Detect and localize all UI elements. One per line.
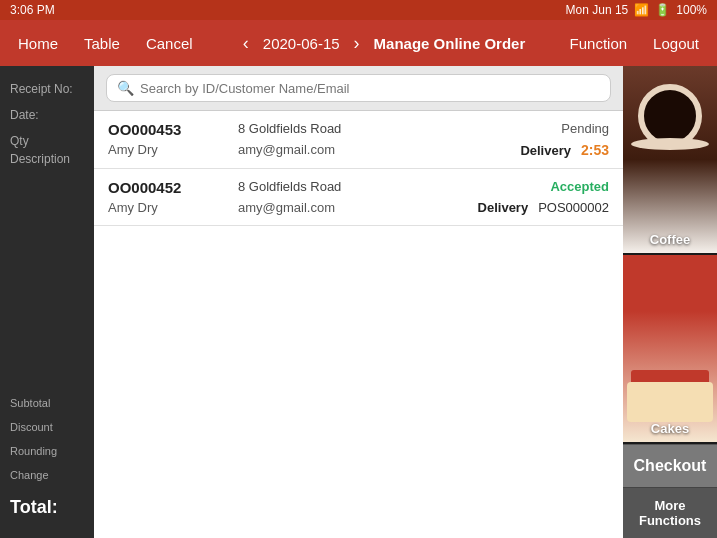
change-label: Change [0,463,94,487]
qty-desc-label: Qty Description [0,128,94,172]
table-nav-item[interactable]: Table [76,31,128,56]
coffee-saucer-icon [631,138,709,150]
function-nav-item[interactable]: Function [562,31,636,56]
order-address-1: 8 Goldfields Road [238,121,510,138]
order-delivery-label-1: Delivery [520,143,571,158]
order-time-1: 2:53 [581,142,609,158]
nav-right: Function Logout [562,31,707,56]
cakes-category-label: Cakes [623,421,717,436]
order-status-2: Accepted [478,179,609,196]
status-time: 3:06 PM [10,3,55,17]
order-id-1: OO000453 [108,121,228,138]
table-row[interactable]: OO000452 8 Goldfields Road Accepted Amy … [94,169,623,226]
search-bar: 🔍 [94,66,623,111]
search-icon: 🔍 [117,80,134,96]
subtotal-label: Subtotal [0,391,94,415]
category-cakes[interactable]: Cakes [623,255,717,444]
order-status-1: Pending [520,121,609,138]
date-label: Date: [0,102,94,128]
search-input-wrap[interactable]: 🔍 [106,74,611,102]
order-list: OO000453 8 Goldfields Road Pending Amy D… [94,111,623,538]
table-row[interactable]: OO000453 8 Goldfields Road Pending Amy D… [94,111,623,169]
order-delivery-wrap-1: Delivery 2:53 [520,142,609,158]
battery-icon: 🔋 [655,3,670,17]
order-id-2: OO000452 [108,179,228,196]
rounding-label: Rounding [0,439,94,463]
more-functions-button[interactable]: More Functions [623,487,717,538]
status-date: Mon Jun 15 [566,3,629,17]
discount-label: Discount [0,415,94,439]
checkout-button[interactable]: Checkout [623,444,717,487]
nav-center: ‹ 2020-06-15 › Manage Online Order [211,31,552,56]
category-coffee[interactable]: Coffee [623,66,717,255]
order-address-2: 8 Goldfields Road [238,179,468,196]
receipt-label: Receipt No: [0,76,94,102]
order-email-2: amy@gmail.com [238,200,468,215]
main-layout: Receipt No: Date: Qty Description Subtot… [0,66,717,538]
order-email-1: amy@gmail.com [238,142,510,158]
cancel-button[interactable]: Cancel [138,31,201,56]
home-nav-item[interactable]: Home [10,31,66,56]
order-customer-2: Amy Dry [108,200,228,215]
order-delivery-wrap-2: Delivery POS000002 [478,200,609,215]
coffee-bg-image [623,66,717,253]
left-sidebar: Receipt No: Date: Qty Description Subtot… [0,66,94,538]
order-delivery-label-2: Delivery [478,200,529,215]
next-date-button[interactable]: › [348,31,366,56]
search-input[interactable] [140,81,600,96]
cakes-bg-image [623,255,717,442]
logout-button[interactable]: Logout [645,31,707,56]
prev-date-button[interactable]: ‹ [237,31,255,56]
date-display: 2020-06-15 [263,35,340,52]
right-sidebar: Coffee Cakes Checkout More Functions [623,66,717,538]
battery-percent: 100% [676,3,707,17]
order-pos-2: POS000002 [538,200,609,215]
status-bar: 3:06 PM Mon Jun 15 📶 🔋 100% [0,0,717,20]
page-title: Manage Online Order [374,35,526,52]
wifi-icon: 📶 [634,3,649,17]
cake-base [627,382,713,422]
order-customer-1: Amy Dry [108,142,228,158]
center-content: 🔍 OO000453 8 Goldfields Road Pending Amy… [94,66,623,538]
total-label: Total: [0,487,94,528]
top-nav: Home Table Cancel ‹ 2020-06-15 › Manage … [0,20,717,66]
coffee-category-label: Coffee [623,232,717,247]
